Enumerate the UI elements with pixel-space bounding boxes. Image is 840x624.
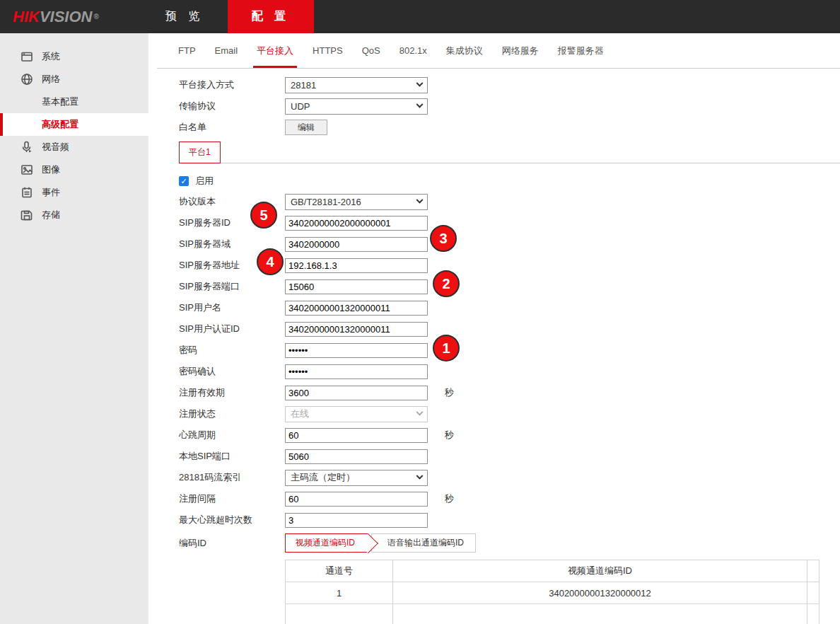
tab-integration-protocol[interactable]: 集成协议	[446, 33, 483, 68]
form-row-max-heartbeat-timeout: 最大心跳超时次数	[179, 509, 840, 531]
max-heartbeat-timeout-label: 最大心跳超时次数	[179, 514, 285, 526]
sidebar-item-audio-video[interactable]: 视音频	[0, 136, 148, 158]
access-mode-select[interactable]: 28181	[285, 77, 428, 93]
register-interval-label: 注册间隔	[179, 492, 285, 505]
logo-hik: HIK	[13, 8, 40, 26]
tab-platform-access[interactable]: 平台接入	[257, 33, 293, 68]
tab-8021x[interactable]: 802.1x	[399, 33, 427, 68]
sidebar-item-basic-config[interactable]: 基本配置	[0, 91, 148, 113]
sidebar-item-label: 事件	[42, 186, 60, 199]
logo-registered-mark: ®	[93, 13, 98, 21]
audio-output-channel-encode-id-tab-label: 语音输出通道编码ID	[387, 537, 464, 549]
network-globe-icon	[20, 72, 34, 86]
local-sip-port-label: 本地SIP端口	[179, 450, 285, 463]
chevron-down-icon	[416, 196, 424, 203]
topnav-tab-preview[interactable]: 预 览	[141, 0, 228, 33]
max-heartbeat-timeout-input[interactable]	[285, 513, 428, 528]
form-row-register-interval: 注册间隔 秒	[179, 488, 840, 509]
annotation-badge-2: 2	[433, 270, 460, 297]
form-row-sip-server-id: SIP服务器ID	[179, 212, 840, 233]
heartbeat-input[interactable]	[285, 428, 428, 443]
sip-server-port-input[interactable]	[285, 279, 428, 294]
table-row[interactable]	[286, 604, 819, 624]
sidebar-item-advanced-config[interactable]: 高级配置	[0, 113, 148, 136]
protocol-version-select[interactable]: GB/T28181-2016	[285, 194, 428, 210]
topnav-tab-configuration[interactable]: 配 置	[228, 0, 314, 33]
whitelist-edit-button[interactable]: 编辑	[285, 120, 327, 135]
whitelist-label: 白名单	[179, 121, 285, 134]
form-row-register-validity: 注册有效期 秒	[179, 382, 840, 403]
register-status-label: 注册状态	[179, 408, 285, 420]
chevron-down-icon	[416, 100, 424, 108]
form-row-sip-auth-id: SIP用户认证ID	[179, 318, 840, 340]
sidebar-item-storage[interactable]: 存储	[0, 204, 148, 226]
chevron-down-icon	[416, 408, 424, 415]
register-validity-label: 注册有效期	[179, 386, 285, 399]
tab-https[interactable]: HTTPS	[313, 33, 343, 68]
tab-email[interactable]: Email	[215, 33, 238, 68]
enable-row: ✓ 启用	[179, 176, 840, 186]
password-confirm-input[interactable]	[285, 364, 428, 379]
sip-auth-id-input[interactable]	[285, 322, 428, 337]
access-mode-label: 平台接入方式	[179, 79, 285, 91]
register-interval-input[interactable]	[285, 492, 428, 507]
form-row-whitelist: 白名单 编辑	[179, 117, 840, 138]
enable-label: 启用	[195, 175, 214, 187]
sidebar-item-label: 网络	[42, 73, 60, 86]
form-row-sip-username: SIP用户名	[179, 297, 840, 318]
encode-id-table: 通道号 视频通道编码ID 1 34020000001320000012	[285, 560, 819, 624]
settings-tabbar: FTP Email 平台接入 HTTPS QoS 802.1x 集成协议 网络服…	[157, 33, 840, 69]
annotation-badge-1: 1	[433, 335, 460, 362]
sidebar-item-label: 系统	[42, 50, 60, 63]
sidebar-item-label: 基本配置	[42, 96, 78, 108]
audio-video-icon	[20, 140, 34, 154]
seconds-unit-label: 秒	[445, 386, 454, 399]
local-sip-port-input[interactable]	[285, 449, 428, 464]
sidebar-item-image[interactable]: 图像	[0, 158, 148, 181]
platform1-tab[interactable]: 平台1	[179, 141, 221, 163]
sidebar-item-system[interactable]: 系统	[0, 45, 148, 68]
register-status-select: 在线	[285, 406, 428, 422]
sip-server-address-input[interactable]	[285, 258, 428, 273]
video-channel-encode-id-tab[interactable]: 视频通道编码ID	[285, 533, 368, 553]
register-validity-input[interactable]	[285, 386, 428, 400]
enable-checkbox[interactable]: ✓	[179, 176, 189, 186]
sip-server-domain-input[interactable]	[285, 237, 428, 252]
empty-header	[807, 560, 819, 582]
sidebar-item-label: 存储	[42, 209, 60, 221]
channel-number-header: 通道号	[286, 560, 393, 582]
sidebar-item-network[interactable]: 网络	[0, 68, 148, 91]
system-window-icon	[20, 50, 34, 64]
seconds-unit-label: 秒	[445, 492, 454, 505]
tab-network-service[interactable]: 网络服务	[502, 33, 539, 68]
protocol-version-value: GB/T28181-2016	[291, 197, 361, 207]
audio-output-channel-encode-id-tab[interactable]: 语音输出通道编码ID	[371, 533, 476, 553]
main-content: FTP Email 平台接入 HTTPS QoS 802.1x 集成协议 网络服…	[148, 33, 840, 624]
sip-server-id-input[interactable]	[285, 216, 428, 231]
sip-auth-id-label: SIP用户认证ID	[179, 323, 285, 335]
table-row[interactable]: 1 34020000001320000012	[286, 582, 819, 604]
storage-icon	[20, 208, 34, 222]
transport-value: UDP	[291, 101, 310, 112]
password-input[interactable]	[285, 343, 428, 358]
form-row-transport: 传输协议 UDP	[179, 96, 840, 117]
tab-qos[interactable]: QoS	[362, 33, 380, 68]
table-header-row: 通道号 视频通道编码ID	[286, 560, 819, 582]
password-label: 密码	[179, 344, 285, 357]
form-row-password: 密码	[179, 340, 840, 361]
encode-id-tabstrip: 视频通道编码ID 语音输出通道编码ID	[285, 533, 476, 553]
sip-username-input[interactable]	[285, 301, 428, 316]
tab-alarm-server[interactable]: 报警服务器	[558, 33, 604, 68]
tab-ftp[interactable]: FTP	[178, 33, 196, 68]
sidebar-item-event[interactable]: 事件	[0, 181, 148, 204]
register-status-value: 在线	[291, 408, 309, 420]
sidebar-item-label: 视音频	[42, 141, 69, 154]
annotation-badge-5: 5	[250, 202, 277, 229]
form-row-protocol-version: 协议版本 GB/T28181-2016	[179, 191, 840, 212]
form-row-local-sip-port: 本地SIP端口	[179, 446, 840, 467]
stream-index-select[interactable]: 主码流（定时）	[285, 470, 428, 486]
sidebar-item-label: 高级配置	[42, 118, 78, 131]
transport-select[interactable]: UDP	[285, 98, 428, 115]
heartbeat-label: 心跳周期	[179, 429, 285, 441]
top-bar: HIKVISION® 预 览 配 置	[0, 0, 840, 33]
